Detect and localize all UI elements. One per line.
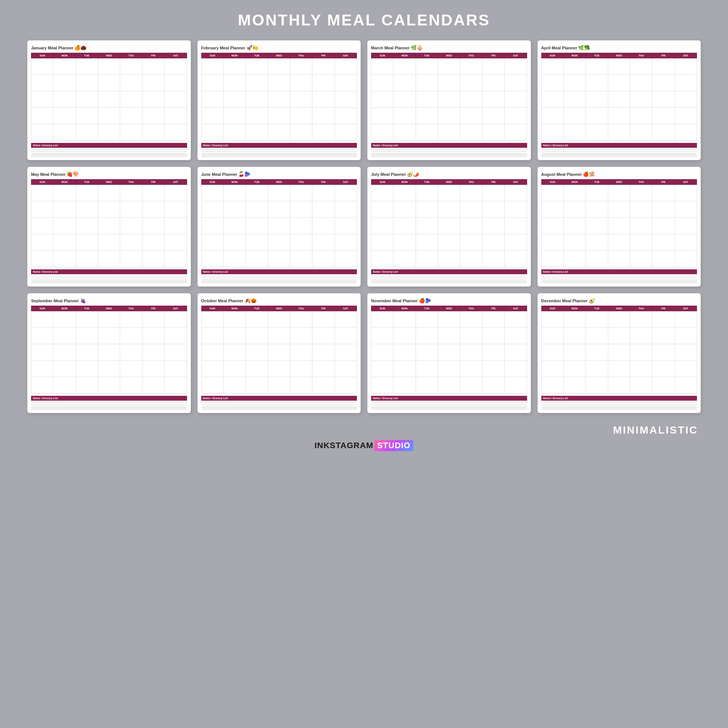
card-emojis-november: 🍎🫐 (419, 298, 431, 303)
calendar-cell (416, 377, 438, 393)
bottom-section-november (371, 407, 527, 409)
notes-bar-may: Notes / Grocery List (31, 269, 187, 274)
calendar-cell (268, 251, 290, 267)
table-row (31, 344, 187, 361)
table-row (541, 251, 697, 267)
calendar-table-june: SUNMONTUEWEDTHUFRISAT (201, 179, 357, 267)
planner-card-april: April Meal Planner🌿🥦SUNMONTUEWEDTHUFRISA… (538, 40, 701, 160)
day-header-wed: WED (268, 306, 290, 311)
calendar-cell (76, 344, 98, 361)
calendar-cell (201, 311, 223, 328)
calendar-cell (482, 91, 504, 108)
calendar-cell (505, 218, 527, 234)
calendar-cell (142, 218, 164, 234)
calendar-cell (246, 185, 268, 201)
calendar-cell (201, 124, 223, 141)
card-title-text-june: June Meal Planner (201, 172, 237, 177)
day-header-wed: WED (98, 180, 120, 185)
notes-line (31, 280, 187, 280)
calendar-cell (505, 234, 527, 251)
calendar-cell (586, 75, 608, 91)
calendar-cell (438, 377, 460, 393)
notes-section-march: Notes / Grocery List (371, 143, 527, 153)
card-title-july: July Meal Planner🥑🌶️ (371, 171, 527, 177)
calendar-cell (586, 124, 608, 141)
calendar-table-february: SUNMONTUEWEDTHUFRISAT (201, 53, 357, 141)
table-row (541, 344, 697, 361)
day-header-sun: SUN (541, 306, 563, 311)
calendar-cell (608, 361, 630, 377)
calendar-cell (372, 75, 393, 91)
calendar-cell (460, 185, 482, 201)
calendar-cell (460, 201, 482, 218)
calendar-cell (76, 251, 98, 267)
calendar-cell (31, 234, 54, 251)
calendar-cell (120, 311, 142, 328)
calendar-table-may: SUNMONTUEWEDTHUFRISAT (31, 179, 187, 267)
calendar-cell (54, 328, 76, 344)
calendar-cell (563, 218, 586, 234)
notes-line (541, 404, 697, 404)
calendar-cell (563, 251, 586, 267)
calendar-cell (335, 185, 356, 201)
table-row (201, 251, 357, 267)
calendar-cell (98, 75, 120, 91)
day-header-tue: TUE (586, 53, 608, 58)
calendar-cell (652, 328, 674, 344)
calendar-cell (54, 75, 76, 91)
calendar-cell (290, 185, 312, 201)
calendar-cell (312, 377, 335, 393)
calendar-cell (246, 124, 268, 141)
day-header-tue: TUE (246, 306, 268, 311)
calendar-cell (312, 218, 335, 234)
calendar-cell (165, 108, 187, 124)
calendar-cell (505, 185, 527, 201)
notes-line (201, 404, 357, 404)
calendar-cell (482, 377, 504, 393)
notes-bar-november: Notes / Grocery List (371, 396, 527, 401)
calendar-cell (76, 234, 98, 251)
calendar-cell (120, 344, 142, 361)
calendar-cell (312, 361, 335, 377)
calendar-cell (482, 218, 504, 234)
calendar-cell (608, 91, 630, 108)
planner-card-june: June Meal Planner🍒🫐SUNMONTUEWEDTHUFRISAT… (197, 167, 361, 286)
calendar-cell (608, 251, 630, 267)
calendar-cell (674, 75, 697, 91)
calendar-cell (586, 251, 608, 267)
calendar-cell (674, 328, 697, 344)
calendar-cell (201, 377, 223, 393)
table-row (31, 124, 187, 141)
notes-line (31, 151, 187, 151)
calendar-cell (393, 361, 416, 377)
calendar-cell (608, 201, 630, 218)
calendar-cell (652, 91, 674, 108)
table-row (372, 75, 527, 91)
card-title-text-march: March Meal Planner (371, 46, 410, 50)
calendar-cell (335, 377, 356, 393)
calendar-cell (246, 328, 268, 344)
table-row (201, 124, 357, 141)
calendar-cell (586, 377, 608, 393)
card-title-text-december: December Meal Planner (541, 298, 588, 303)
calendar-cell (268, 185, 290, 201)
bottom-line (31, 156, 187, 156)
calendar-cell (223, 185, 245, 201)
day-header-tue: TUE (246, 180, 268, 185)
calendar-cell (505, 361, 527, 377)
calendar-cell (201, 58, 223, 75)
calendar-cell (54, 251, 76, 267)
bottom-line (201, 409, 357, 409)
notes-line (541, 149, 697, 150)
calendar-cell (142, 251, 164, 267)
calendar-cell (563, 91, 586, 108)
calendar-cell (652, 75, 674, 91)
bottom-section-june (201, 281, 357, 283)
calendar-cell (165, 91, 187, 108)
table-row (201, 58, 357, 75)
calendar-table-november: SUNMONTUEWEDTHUFRISAT (371, 306, 527, 393)
calendar-cell (563, 344, 586, 361)
calendar-cell (652, 185, 674, 201)
notes-line (371, 276, 527, 276)
calendar-cell (120, 218, 142, 234)
